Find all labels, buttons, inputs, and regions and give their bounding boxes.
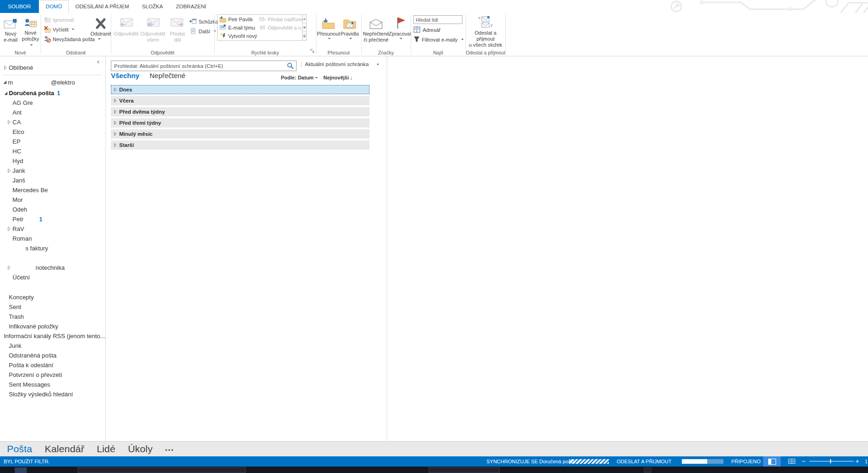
quick-step-reply-delete[interactable]: Odpovědět a o... [259, 24, 302, 32]
quick-steps-expand[interactable] [303, 32, 306, 40]
zoom-out-button[interactable]: − [802, 456, 806, 467]
quick-steps-scroll-down[interactable] [303, 24, 306, 32]
reply-all-button[interactable]: Odpovědět všem [140, 14, 166, 48]
folder-row[interactable]: Petr 1 [0, 214, 105, 224]
folder-row[interactable] [0, 282, 105, 292]
folder-row[interactable]: notechnika [0, 263, 105, 273]
quick-step-create-new[interactable]: Vytvořit nový [219, 32, 257, 40]
message-group-row[interactable]: Dnes [111, 85, 370, 94]
tree-arrow-icon[interactable] [7, 168, 12, 173]
folder-row[interactable]: Sent [0, 302, 105, 312]
reply-button[interactable]: Odpovědět [114, 14, 139, 48]
folder-pane-divider[interactable] [105, 56, 106, 441]
folder-row[interactable]: Mercedes Be [0, 185, 105, 195]
filter-email-button[interactable]: Filtrovat e-maily [413, 35, 464, 44]
zoom-slider-thumb[interactable] [830, 459, 831, 463]
meeting-button[interactable]: Schůzka [189, 17, 218, 26]
nav-mail[interactable]: Pošta [7, 443, 32, 455]
tab-file[interactable]: SOUBOR [0, 0, 39, 13]
rules-button[interactable]: Pravidla [340, 14, 359, 48]
normal-view-button[interactable] [763, 456, 781, 467]
tree-collapsed-icon[interactable] [114, 121, 119, 125]
taskbar-button[interactable] [78, 467, 246, 473]
taskbar-button[interactable] [644, 467, 651, 473]
send-receive-all-button[interactable]: Odeslat a přijmout u všech složek [467, 14, 504, 48]
quick-step-team-email[interactable]: E-mail týmu [219, 24, 257, 32]
tab-send-receive[interactable]: ODESÍLÁNÍ A PŘÍJEM [69, 0, 135, 13]
sort-order-toggle[interactable]: Nejnovější ↓ [323, 75, 353, 80]
quick-step-forward-manager[interactable]: Předat nadřízen... [259, 15, 302, 24]
message-group-row[interactable]: Starší [111, 140, 370, 150]
reading-view-button[interactable] [784, 456, 799, 467]
tree-arrow-icon[interactable] [7, 226, 12, 231]
tree-collapsed-icon[interactable] [114, 87, 119, 92]
folder-row[interactable]: Junk [0, 341, 105, 351]
sort-by-dropdown[interactable]: Podle: Datum [281, 75, 318, 80]
folder-row[interactable]: AG Gre [0, 98, 105, 108]
mailbox-search-input[interactable] [111, 63, 287, 69]
forward-button[interactable]: Předat dál [167, 14, 188, 48]
folder-row[interactable]: Koncepty [0, 292, 105, 302]
zoom-slider[interactable] [809, 461, 854, 461]
folder-row[interactable]: Složky výsledků hledání [0, 389, 105, 399]
nav-tasks[interactable]: Úkoly [128, 443, 153, 455]
tree-expanded-icon[interactable] [3, 80, 8, 85]
folder-row[interactable]: Informační kanály RSS (jenom tento... [0, 331, 105, 341]
new-email-button[interactable]: Nový e-mail [1, 14, 20, 48]
folder-row[interactable]: Potvrzení o převzetí [0, 370, 105, 380]
folder-row[interactable]: HC [0, 146, 105, 156]
taskbar-icon[interactable] [15, 467, 27, 473]
tree-collapsed-icon[interactable] [114, 143, 119, 147]
nav-more-button[interactable]: ••• [165, 445, 174, 454]
message-group-row[interactable]: Před třemi týdny [111, 118, 370, 127]
folder-row[interactable]: Doručená pošta 1 [0, 88, 105, 98]
sidebar-item-favorites[interactable]: Oblíbené [0, 62, 105, 73]
folder-row[interactable]: Ant [0, 108, 105, 117]
tree-arrow-icon[interactable] [7, 120, 12, 125]
delete-button[interactable]: Odstranit [91, 14, 111, 48]
folder-row[interactable]: EP [0, 137, 105, 146]
tree-collapsed-icon[interactable] [114, 109, 119, 114]
folder-row[interactable]: Infikované položky [0, 321, 105, 331]
quick-step-petr-pavlik[interactable]: Petr Pavlík [219, 15, 257, 24]
search-icon[interactable] [287, 62, 294, 69]
folder-row[interactable]: Sent Messages [0, 380, 105, 389]
tree-collapsed-icon[interactable] [114, 98, 119, 103]
send-receive-status[interactable]: ODESLAT A PŘIJMOUT [617, 456, 672, 467]
search-people-input[interactable] [414, 17, 462, 23]
tree-arrow-icon[interactable] [7, 265, 12, 270]
move-button[interactable]: Přesunout [318, 14, 339, 48]
new-items-button[interactable]: Nové položky [21, 14, 40, 48]
tab-home[interactable]: DOMŮ [39, 0, 69, 13]
folder-row[interactable]: Odstraněná pošta [0, 351, 105, 360]
tab-view[interactable]: ZOBRAZENÍ [170, 0, 213, 13]
folder-row[interactable]: s faktury [0, 243, 105, 253]
folder-row[interactable]: Pošta k odeslání [0, 360, 105, 370]
folder-row[interactable]: Janš [0, 176, 105, 185]
zoom-in-button[interactable]: + [856, 456, 859, 467]
tab-unread-messages[interactable]: Nepřečtené [150, 72, 186, 79]
quick-steps-scroll-up[interactable] [303, 15, 306, 24]
tree-collapsed-icon[interactable] [4, 65, 9, 70]
tab-all-messages[interactable]: Všechny [111, 72, 140, 79]
tab-folder[interactable]: SLOŽKA [135, 0, 169, 13]
folder-row[interactable]: Účetní [0, 273, 105, 282]
folder-row[interactable]: CA [0, 117, 105, 127]
follow-up-button[interactable]: Zpracovat [390, 14, 410, 48]
nav-people[interactable]: Lidé [97, 443, 115, 455]
search-scope-dropdown[interactable]: |Aktuální poštovní schránka [301, 61, 380, 67]
folder-row[interactable]: Hyd [0, 156, 105, 166]
unread-read-button[interactable]: Nepřečtené či přečtené [362, 14, 390, 48]
folder-row[interactable]: Trash [0, 312, 105, 321]
message-group-row[interactable]: Minulý měsíc [111, 129, 370, 139]
message-group-row[interactable]: Před dvěma týdny [111, 107, 370, 116]
folder-row[interactable]: Odeh [0, 205, 105, 214]
taskbar-button[interactable] [429, 467, 500, 473]
message-group-row[interactable]: Včera [111, 96, 370, 105]
address-book-button[interactable]: Adresář [413, 25, 464, 35]
folder-row[interactable]: RaV [0, 224, 105, 234]
nav-calendar[interactable]: Kalendář [45, 443, 85, 455]
folder-row[interactable]: Elco [0, 127, 105, 137]
more-respond-button[interactable]: Další [189, 26, 218, 36]
folder-row[interactable]: Roman [0, 234, 105, 243]
